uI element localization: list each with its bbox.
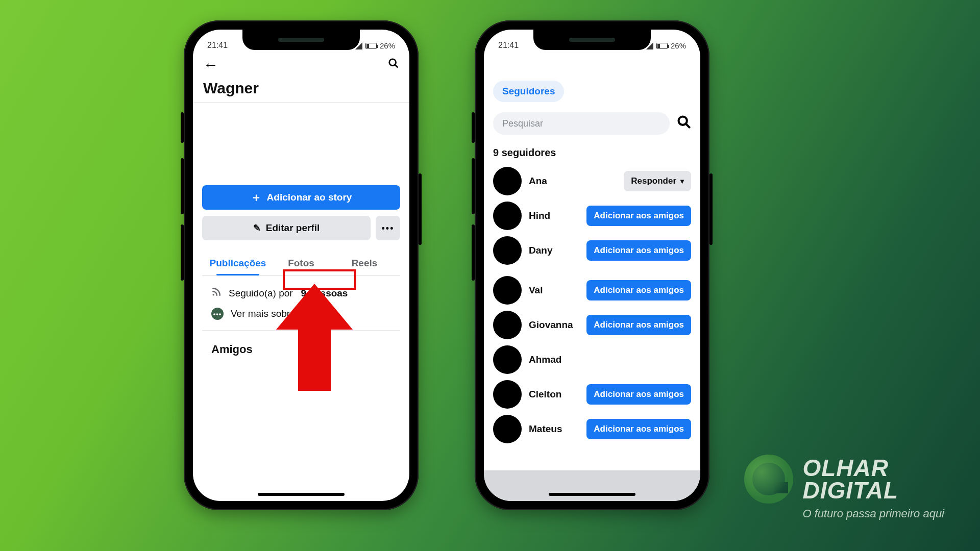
follower-name: Mateus	[529, 423, 586, 435]
list-item[interactable]: Hind Adicionar aos amigos	[493, 198, 691, 233]
search-input[interactable]: Pesquisar	[493, 112, 670, 135]
followers-chip[interactable]: Seguidores	[493, 81, 564, 102]
status-time: 21:41	[207, 41, 228, 50]
avatar	[493, 202, 522, 230]
avatar	[493, 415, 522, 443]
avatar	[493, 236, 522, 265]
list-item[interactable]: Mateus Adicionar aos amigos	[493, 412, 691, 446]
avatar	[493, 311, 522, 339]
brand-tagline: O futuro passa primeiro aqui	[802, 507, 944, 520]
phone-mock-followers: 21:41 26% Seguidores Pesquisar	[475, 20, 709, 510]
chevron-down-icon: ▾	[680, 177, 684, 185]
home-indicator	[549, 493, 635, 496]
add-friend-button[interactable]: Adicionar aos amigos	[586, 240, 691, 261]
tutorial-slide: 21:41 26% ← Wagner	[0, 0, 980, 551]
svg-point-4	[679, 116, 687, 124]
avatar	[493, 276, 522, 305]
status-battery: 26%	[671, 41, 686, 50]
ellipsis-icon: •••	[382, 223, 395, 234]
battery-icon	[656, 43, 668, 49]
avatar	[493, 380, 522, 409]
back-icon[interactable]: ←	[203, 57, 218, 72]
follower-name: Giovanna	[529, 319, 586, 331]
follower-name: Hind	[529, 210, 586, 221]
plus-icon: ＋	[251, 190, 262, 205]
svg-point-0	[389, 59, 396, 66]
tab-posts[interactable]: Publicações	[206, 252, 270, 275]
list-item[interactable]: Ahmad	[493, 342, 691, 377]
respond-button[interactable]: Responder ▾	[624, 171, 691, 191]
followers-count: 9 seguidores	[484, 135, 700, 162]
battery-icon	[365, 43, 377, 49]
avatar	[493, 167, 522, 195]
follower-name: Val	[529, 285, 586, 296]
follower-name: Dany	[529, 245, 586, 256]
phone-notch	[242, 30, 360, 50]
annotation-highlight	[283, 269, 356, 290]
see-more-row[interactable]: ••• Ver mais sobre você	[211, 304, 391, 324]
see-more-label: Ver mais sobre você	[231, 308, 318, 319]
pencil-icon: ✎	[253, 222, 261, 234]
friends-section-title: Amigos	[202, 331, 400, 368]
brand-word-2: DIGITAL	[802, 477, 898, 504]
brand-lockup: OLHAR DIGITAL O futuro passa primeiro aq…	[744, 454, 944, 520]
add-friend-button[interactable]: Adicionar aos amigos	[586, 419, 691, 439]
list-item[interactable]: Ana Responder ▾	[493, 164, 691, 198]
svg-point-2	[213, 294, 214, 295]
add-friend-button[interactable]: Adicionar aos amigos	[586, 315, 691, 335]
phone-mock-profile: 21:41 26% ← Wagner	[184, 20, 419, 510]
list-item[interactable]: Val Adicionar aos amigos	[493, 273, 691, 308]
follower-name: Ana	[529, 176, 624, 187]
add-friend-button[interactable]: Adicionar aos amigos	[586, 280, 691, 300]
followers-list: Ana Responder ▾ Hind Adicionar aos amigo…	[484, 162, 700, 446]
add-friend-button[interactable]: Adicionar aos amigos	[586, 206, 691, 226]
search-icon[interactable]	[677, 115, 691, 133]
avatar	[493, 345, 522, 374]
list-item[interactable]: Cleiton Adicionar aos amigos	[493, 377, 691, 412]
add-to-story-label: Adicionar ao story	[267, 192, 352, 203]
list-item[interactable]: Dany Adicionar aos amigos	[493, 233, 691, 268]
profile-name: Wagner	[193, 76, 409, 99]
follower-name: Cleiton	[529, 389, 586, 400]
bottom-bar	[484, 470, 700, 501]
search-placeholder: Pesquisar	[502, 118, 543, 129]
brand-logo-icon	[744, 455, 793, 504]
add-friend-button[interactable]: Adicionar aos amigos	[586, 384, 691, 405]
phone-notch	[533, 30, 651, 50]
search-icon[interactable]	[388, 58, 399, 72]
follower-name: Ahmad	[529, 354, 691, 365]
edit-profile-label: Editar perfil	[266, 222, 320, 234]
respond-label: Responder	[631, 176, 676, 186]
svg-line-1	[395, 65, 398, 68]
home-indicator	[258, 493, 345, 496]
status-time: 21:41	[498, 41, 519, 50]
add-to-story-button[interactable]: ＋ Adicionar ao story	[202, 185, 400, 210]
list-item[interactable]: Giovanna Adicionar aos amigos	[493, 308, 691, 342]
status-battery: 26%	[380, 41, 395, 50]
edit-profile-button[interactable]: ✎ Editar perfil	[202, 216, 371, 240]
svg-line-5	[686, 123, 690, 128]
more-options-button[interactable]: •••	[376, 216, 400, 240]
more-info-icon: •••	[211, 308, 224, 320]
rss-icon	[211, 287, 222, 299]
